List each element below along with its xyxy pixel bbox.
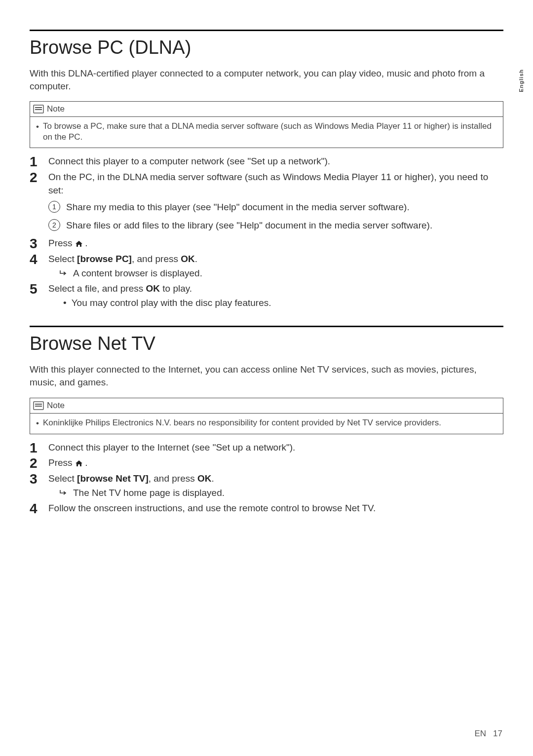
- step-5-prefix: Select a file, and press: [48, 283, 146, 294]
- step-2-substeps: 1Share my media to this player (see "Hel…: [48, 201, 503, 232]
- step-2: On the PC, in the DLNA media server soft…: [30, 171, 503, 232]
- nt-step-2: Press .: [30, 456, 503, 470]
- step-5-suffix: to play.: [160, 283, 192, 294]
- step-4-result-text: A content browser is displayed.: [73, 267, 202, 280]
- note-header: Note: [30, 102, 503, 117]
- step-4-prefix: Select: [48, 254, 77, 264]
- substep-2-text: Share files or add files to the library …: [66, 220, 432, 230]
- intro-browse-net-tv: With this player connected to the Intern…: [30, 363, 503, 388]
- section-title-browse-net-tv: Browse Net TV: [30, 333, 503, 354]
- step-4-label: [browse PC]: [77, 254, 132, 264]
- step-5-bullet-line: • You may control play with the disc pla…: [48, 297, 503, 310]
- steps-browse-pc: Connect this player to a computer networ…: [30, 155, 503, 309]
- step-4-mid: , and press: [132, 254, 181, 264]
- nt-step-4: Follow the onscreen instructions, and us…: [30, 502, 503, 515]
- section-divider-top-2: [30, 326, 503, 327]
- nt-step-3: Select [browse Net TV], and press OK. Th…: [30, 472, 503, 499]
- nt-step-3-label: [browse Net TV]: [77, 473, 149, 484]
- section-title-browse-pc: Browse PC (DLNA): [30, 37, 503, 58]
- nt-step-1: Connect this player to the Internet (see…: [30, 441, 503, 454]
- step-4-suffix: .: [195, 254, 197, 264]
- step-4: Select [browse PC], and press OK. A cont…: [30, 253, 503, 280]
- bullet-icon: •: [36, 418, 39, 429]
- substep-1-text: Share my media to this player (see "Help…: [66, 202, 410, 212]
- result-arrow-icon: [59, 267, 68, 280]
- note-box-browse-net-tv: Note • Koninklijke Philips Electronics N…: [30, 398, 503, 434]
- nt-step-3-result-line: The Net TV home page is displayed.: [48, 487, 503, 500]
- bullet-icon: •: [63, 297, 67, 310]
- footer-lang: EN: [474, 729, 486, 738]
- intro-browse-pc: With this DLNA-certified player connecte…: [30, 67, 503, 92]
- step-1-text: Connect this player to a computer networ…: [48, 156, 330, 166]
- note-box-browse-pc: Note • To browse a PC, make sure that a …: [30, 101, 503, 148]
- section-divider-top: [30, 30, 503, 31]
- nt-step-3-mid: , and press: [149, 473, 197, 484]
- nt-step-1-text: Connect this player to the Internet (see…: [48, 442, 295, 453]
- footer-page-number: 17: [493, 729, 502, 738]
- step-5-ok: OK: [146, 283, 160, 294]
- circle-num-2-icon: 2: [48, 219, 60, 231]
- step-3: Press .: [30, 237, 503, 250]
- note-header-2: Note: [30, 398, 503, 414]
- note-text: To browse a PC, make sure that a DLNA me…: [43, 121, 497, 143]
- substep-2: 2Share files or add files to the library…: [48, 219, 503, 232]
- note-body: • To browse a PC, make sure that a DLNA …: [30, 117, 503, 148]
- step-4-ok: OK: [181, 254, 195, 264]
- nt-step-3-result-text: The Net TV home page is displayed.: [73, 487, 225, 500]
- nt-step-3-prefix: Select: [48, 473, 77, 484]
- nt-step-4-text: Follow the onscreen instructions, and us…: [48, 503, 376, 513]
- step-1: Connect this player to a computer networ…: [30, 155, 503, 168]
- step-4-result-line: A content browser is displayed.: [48, 267, 503, 280]
- circle-num-1-icon: 1: [48, 201, 60, 213]
- nt-step-2-prefix: Press: [48, 457, 75, 468]
- step-3-prefix: Press: [48, 238, 75, 248]
- note-label: Note: [47, 104, 65, 114]
- nt-step-2-suffix: .: [85, 457, 87, 468]
- note-label-2: Note: [47, 401, 65, 411]
- substep-1: 1Share my media to this player (see "Hel…: [48, 201, 503, 214]
- home-icon: [75, 459, 85, 468]
- steps-browse-net-tv: Connect this player to the Internet (see…: [30, 441, 503, 515]
- step-5: Select a file, and press OK to play. • Y…: [30, 282, 503, 309]
- note-icon: [33, 400, 44, 411]
- step-2-lead: On the PC, in the DLNA media server soft…: [48, 172, 488, 195]
- step-5-bullet-text: You may control play with the disc play …: [72, 297, 271, 310]
- result-arrow-icon: [59, 487, 68, 500]
- note-icon: [33, 104, 44, 114]
- step-3-suffix: .: [85, 238, 87, 248]
- home-icon: [75, 240, 85, 248]
- nt-step-3-suffix: .: [212, 473, 214, 484]
- bullet-icon: •: [36, 121, 39, 143]
- side-language-label: English: [518, 69, 524, 92]
- nt-step-3-ok: OK: [197, 473, 212, 484]
- page-footer: EN17: [474, 729, 533, 739]
- page-content: Browse PC (DLNA) With this DLNA-certifie…: [0, 0, 533, 542]
- note-body-2: • Koninklijke Philips Electronics N.V. b…: [30, 414, 503, 434]
- note-text-2: Koninklijke Philips Electronics N.V. bea…: [43, 417, 441, 429]
